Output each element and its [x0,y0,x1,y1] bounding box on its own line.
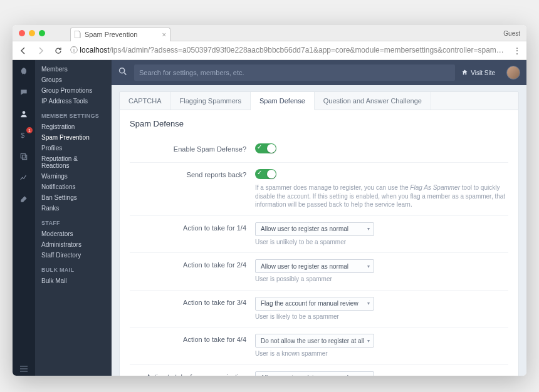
nav-forward-button[interactable] [35,47,46,54]
window-minimize-button[interactable] [29,30,35,36]
sidebar-item[interactable]: Administrators [35,239,112,250]
help-text: If a spammer does manage to register, yo… [255,183,508,209]
sidebar-heading: BULK MAIL [35,260,112,276]
rail-badge: 1 [26,127,33,133]
setting-label: Action to take for communication error? [130,371,255,376]
sidebar-item[interactable]: Ranks [35,203,112,214]
sidebar-item[interactable]: Group Promotions [35,85,112,96]
document-icon [75,31,81,38]
setting-label: Action to take for 2/4 [130,259,255,269]
send-reports-toggle[interactable] [255,169,276,179]
sidebar-item[interactable]: Groups [35,75,112,85]
tab-flagging-spammers[interactable]: Flagging Spammers [171,92,251,110]
chevron-down-icon: ▾ [367,226,370,232]
setting-row: Action to take for communication error? … [130,364,508,376]
help-text: User is possibly a spammer [255,275,508,284]
user-avatar[interactable] [506,66,520,80]
sidebar-item[interactable]: Reputation & Reactions [35,153,112,171]
action-4-select[interactable]: Do not allow the user to register at all… [255,334,374,348]
rail-icon-copy[interactable] [18,150,30,163]
action-2-select[interactable]: Allow user to register as normal▾ [255,259,374,273]
rail-icon-stats[interactable] [18,172,30,184]
sidebar-item[interactable]: Ban Settings [35,192,112,203]
browser-window: Spam Prevention × Guest ⓘ localhost/ips4… [13,25,526,376]
action-commerr-select[interactable]: Allow user to register as normal▾ [255,371,374,376]
tab-captcha[interactable]: CAPTCHA [120,92,171,110]
help-text: User is likely to be a spammer [255,312,508,321]
setting-row: Action to take for 1/4 Allow user to reg… [130,215,508,253]
traffic-lights [13,30,45,36]
chevron-down-icon: ▾ [367,264,370,269]
tab-close-icon[interactable]: × [162,31,166,38]
svg-rect-2 [21,153,25,158]
setting-row: Send reports back? If a spammer does man… [130,162,508,215]
sidebar: Members Groups Group Promotions IP Addre… [35,60,112,376]
rail-icon-collapse[interactable] [13,366,35,372]
sidebar-item[interactable]: Staff Directory [35,250,112,260]
guest-label: Guest [503,25,520,41]
setting-row: Enable Spam Defense? [130,137,508,162]
address-bar: ⓘ localhost/ips4/admin/?adsess=a050397d9… [13,41,526,60]
svg-point-4 [120,68,125,73]
setting-label: Action to take for 4/4 [130,334,255,343]
rail-icon-member[interactable] [18,108,30,120]
window-close-button[interactable] [19,30,25,36]
setting-label: Action to take for 3/4 [130,297,255,306]
visit-site-button[interactable]: Visit Site [461,69,495,77]
rail-icon-commerce[interactable]: $1 [18,129,30,142]
url-path: /ips4/admin/?adsess=a050397d93f0e228aacb… [110,46,506,54]
setting-label: Enable Spam Defense? [130,143,255,153]
sidebar-item[interactable]: Profiles [35,143,112,153]
info-icon: ⓘ [70,46,78,54]
rail-icon-chat[interactable] [18,86,30,99]
browser-tab-title: Spam Prevention [85,31,137,38]
browser-tab[interactable]: Spam Prevention × [70,28,170,41]
url-host: localhost [80,46,109,54]
tab-spam-defense[interactable]: Spam Defense [251,92,315,110]
panel-title: Spam Defense [130,119,508,128]
rail-icon-brush[interactable] [18,193,30,205]
svg-text:$: $ [21,132,24,139]
sidebar-item[interactable]: IP Address Tools [35,96,112,106]
action-3-select[interactable]: Flag the account for manual review▾ [255,297,374,311]
sidebar-item-spam-prevention[interactable]: Spam Prevention [35,132,112,143]
tabs-bar: CAPTCHA Flagging Spammers Spam Defense Q… [119,91,519,110]
help-text: User is unlikely to be a spammer [255,238,508,247]
enable-spam-defense-toggle[interactable] [255,143,276,153]
sidebar-item[interactable]: Moderators [35,229,112,239]
sidebar-item[interactable]: Registration [35,121,112,132]
tab-qa-challenge[interactable]: Question and Answer Challenge [315,92,431,110]
nav-back-button[interactable] [18,47,29,54]
browser-menu-button[interactable]: ⋮ [513,46,521,56]
nav-rail: $1 [13,60,35,376]
setting-row: Action to take for 3/4 Flag the account … [130,290,508,328]
settings-panel: Spam Defense Enable Spam Defense? Send r… [119,110,519,376]
sidebar-item[interactable]: Members [35,64,112,75]
setting-label: Action to take for 1/4 [130,222,255,232]
window-maximize-button[interactable] [39,30,45,36]
nav-reload-button[interactable] [53,47,64,54]
visit-site-label: Visit Site [471,70,495,76]
sidebar-heading: MEMBER SETTINGS [35,106,112,121]
help-text: User is a known spammer [255,349,508,358]
chevron-down-icon: ▾ [367,375,370,376]
svg-point-0 [23,111,26,114]
rail-icon-rocket[interactable] [18,65,30,78]
search-input[interactable] [134,64,455,81]
setting-row: Action to take for 2/4 Allow user to reg… [130,252,508,290]
chevron-down-icon: ▾ [367,338,370,344]
app-topbar: Visit Site [112,60,526,85]
titlebar: Spam Prevention × Guest [13,25,526,41]
url-field[interactable]: ⓘ localhost/ips4/admin/?adsess=a050397d9… [70,45,506,56]
setting-label: Send reports back? [130,169,255,178]
home-icon [461,69,468,77]
setting-row: Action to take for 4/4 Do not allow the … [130,327,508,364]
action-1-select[interactable]: Allow user to register as normal▾ [255,222,374,236]
chevron-down-icon: ▾ [367,301,370,306]
search-icon [118,66,128,79]
sidebar-item[interactable]: Notifications [35,182,112,192]
sidebar-item[interactable]: Warnings [35,171,112,182]
svg-rect-3 [23,155,27,160]
sidebar-item[interactable]: Bulk Mail [35,276,112,286]
sidebar-heading: STAFF [35,214,112,229]
